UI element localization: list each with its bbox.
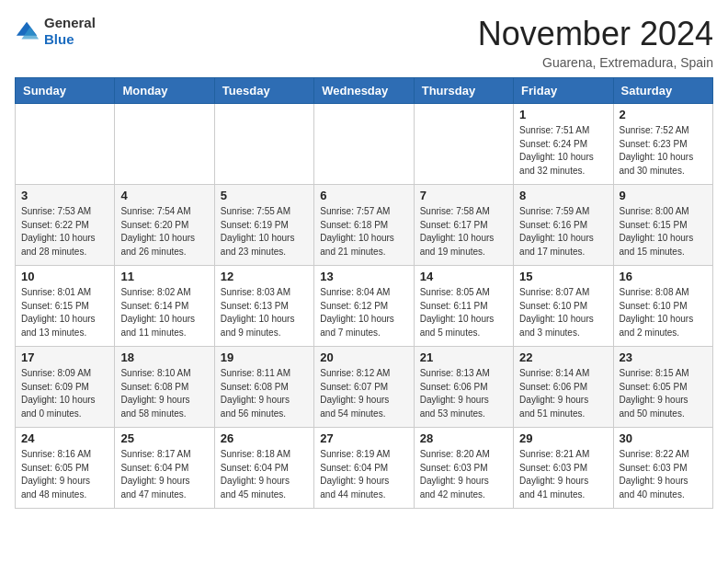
- calendar-day-cell: 25Sunrise: 8:17 AM Sunset: 6:04 PM Dayli…: [115, 428, 214, 509]
- day-number: 17: [21, 350, 108, 364]
- calendar-day-cell: 17Sunrise: 8:09 AM Sunset: 6:09 PM Dayli…: [16, 347, 115, 428]
- calendar-day-cell: 15Sunrise: 8:07 AM Sunset: 6:10 PM Dayli…: [514, 266, 613, 347]
- calendar-day-cell: 29Sunrise: 8:21 AM Sunset: 6:03 PM Dayli…: [514, 428, 613, 509]
- weekday-header-thursday: Thursday: [414, 78, 513, 104]
- day-number: 28: [420, 431, 507, 445]
- logo-blue-text: Blue: [44, 31, 74, 47]
- calendar-day-cell: 30Sunrise: 8:22 AM Sunset: 6:03 PM Dayli…: [613, 428, 712, 509]
- day-number: 25: [120, 431, 208, 445]
- calendar-week-4: 17Sunrise: 8:09 AM Sunset: 6:09 PM Dayli…: [16, 347, 713, 428]
- calendar-day-cell: 8Sunrise: 7:59 AM Sunset: 6:16 PM Daylig…: [514, 185, 613, 266]
- day-info: Sunrise: 8:12 AM Sunset: 6:07 PM Dayligh…: [320, 367, 407, 420]
- day-number: 16: [620, 270, 707, 283]
- day-info: Sunrise: 8:07 AM Sunset: 6:10 PM Dayligh…: [519, 286, 607, 339]
- calendar-day-cell: 27Sunrise: 8:19 AM Sunset: 6:04 PM Dayli…: [314, 428, 414, 509]
- day-number: 14: [420, 270, 507, 283]
- calendar-day-cell: 24Sunrise: 8:16 AM Sunset: 6:05 PM Dayli…: [16, 428, 115, 509]
- day-info: Sunrise: 8:01 AM Sunset: 6:15 PM Dayligh…: [21, 286, 108, 339]
- day-number: 13: [320, 270, 407, 283]
- calendar-day-cell: [214, 104, 313, 185]
- day-info: Sunrise: 8:10 AM Sunset: 6:08 PM Dayligh…: [120, 367, 208, 420]
- day-info: Sunrise: 8:16 AM Sunset: 6:05 PM Dayligh…: [21, 448, 108, 501]
- day-number: 5: [221, 189, 308, 202]
- calendar-day-cell: 13Sunrise: 8:04 AM Sunset: 6:12 PM Dayli…: [314, 266, 414, 347]
- day-number: 24: [21, 431, 108, 445]
- title-block: November 2024 Guarena, Extremadura, Spai…: [478, 15, 713, 70]
- day-info: Sunrise: 8:14 AM Sunset: 6:06 PM Dayligh…: [519, 367, 607, 420]
- logo: General Blue: [15, 15, 96, 48]
- day-number: 19: [221, 350, 308, 364]
- day-info: Sunrise: 7:54 AM Sunset: 6:20 PM Dayligh…: [120, 205, 208, 259]
- calendar-table: SundayMondayTuesdayWednesdayThursdayFrid…: [15, 77, 713, 509]
- calendar-day-cell: 6Sunrise: 7:57 AM Sunset: 6:18 PM Daylig…: [314, 185, 414, 266]
- day-info: Sunrise: 7:51 AM Sunset: 6:24 PM Dayligh…: [519, 124, 607, 178]
- day-number: 6: [320, 189, 407, 202]
- day-info: Sunrise: 8:00 AM Sunset: 6:15 PM Dayligh…: [620, 205, 707, 259]
- weekday-header-saturday: Saturday: [613, 78, 712, 104]
- day-number: 4: [120, 189, 208, 202]
- day-info: Sunrise: 8:08 AM Sunset: 6:10 PM Dayligh…: [620, 286, 707, 339]
- day-number: 10: [21, 270, 108, 283]
- calendar-day-cell: [16, 104, 115, 185]
- day-number: 8: [519, 189, 607, 202]
- calendar-day-cell: 21Sunrise: 8:13 AM Sunset: 6:06 PM Dayli…: [414, 347, 513, 428]
- day-number: 20: [320, 350, 407, 364]
- calendar-week-3: 10Sunrise: 8:01 AM Sunset: 6:15 PM Dayli…: [16, 266, 713, 347]
- calendar-day-cell: 14Sunrise: 8:05 AM Sunset: 6:11 PM Dayli…: [414, 266, 513, 347]
- day-number: 12: [221, 270, 308, 283]
- calendar-day-cell: 26Sunrise: 8:18 AM Sunset: 6:04 PM Dayli…: [214, 428, 313, 509]
- calendar-day-cell: 16Sunrise: 8:08 AM Sunset: 6:10 PM Dayli…: [613, 266, 712, 347]
- day-info: Sunrise: 7:53 AM Sunset: 6:22 PM Dayligh…: [21, 205, 108, 259]
- day-number: 11: [120, 270, 208, 283]
- day-info: Sunrise: 8:21 AM Sunset: 6:03 PM Dayligh…: [519, 448, 607, 501]
- calendar-day-cell: 19Sunrise: 8:11 AM Sunset: 6:08 PM Dayli…: [214, 347, 313, 428]
- day-info: Sunrise: 8:03 AM Sunset: 6:13 PM Dayligh…: [221, 286, 308, 339]
- calendar-day-cell: 12Sunrise: 8:03 AM Sunset: 6:13 PM Dayli…: [214, 266, 313, 347]
- weekday-header-friday: Friday: [514, 78, 613, 104]
- calendar-day-cell: 18Sunrise: 8:10 AM Sunset: 6:08 PM Dayli…: [115, 347, 214, 428]
- calendar-week-1: 1Sunrise: 7:51 AM Sunset: 6:24 PM Daylig…: [16, 104, 713, 185]
- day-info: Sunrise: 8:09 AM Sunset: 6:09 PM Dayligh…: [21, 367, 108, 420]
- calendar-week-2: 3Sunrise: 7:53 AM Sunset: 6:22 PM Daylig…: [16, 185, 713, 266]
- calendar-day-cell: 10Sunrise: 8:01 AM Sunset: 6:15 PM Dayli…: [16, 266, 115, 347]
- day-number: 18: [120, 350, 208, 364]
- day-info: Sunrise: 7:52 AM Sunset: 6:23 PM Dayligh…: [620, 124, 707, 178]
- weekday-header-sunday: Sunday: [16, 78, 115, 104]
- day-info: Sunrise: 7:55 AM Sunset: 6:19 PM Dayligh…: [221, 205, 308, 259]
- logo-general: General: [44, 15, 96, 30]
- weekday-header-row: SundayMondayTuesdayWednesdayThursdayFrid…: [16, 78, 713, 104]
- page-header: General Blue November 2024 Guarena, Extr…: [15, 15, 713, 70]
- calendar-day-cell: 1Sunrise: 7:51 AM Sunset: 6:24 PM Daylig…: [514, 104, 613, 185]
- day-number: 3: [21, 189, 108, 202]
- day-number: 21: [420, 350, 507, 364]
- calendar-day-cell: 4Sunrise: 7:54 AM Sunset: 6:20 PM Daylig…: [115, 185, 214, 266]
- logo-text: General Blue: [44, 15, 96, 48]
- day-number: 29: [519, 431, 607, 445]
- weekday-header-monday: Monday: [115, 78, 214, 104]
- day-info: Sunrise: 7:59 AM Sunset: 6:16 PM Dayligh…: [519, 205, 607, 259]
- location-subtitle: Guarena, Extremadura, Spain: [478, 55, 713, 70]
- day-number: 15: [519, 270, 607, 283]
- day-info: Sunrise: 7:58 AM Sunset: 6:17 PM Dayligh…: [420, 205, 507, 259]
- day-number: 27: [320, 431, 407, 445]
- day-info: Sunrise: 8:22 AM Sunset: 6:03 PM Dayligh…: [620, 448, 707, 501]
- calendar-day-cell: 28Sunrise: 8:20 AM Sunset: 6:03 PM Dayli…: [414, 428, 513, 509]
- day-info: Sunrise: 8:15 AM Sunset: 6:05 PM Dayligh…: [620, 367, 707, 420]
- calendar-day-cell: 9Sunrise: 8:00 AM Sunset: 6:15 PM Daylig…: [613, 185, 712, 266]
- day-info: Sunrise: 8:02 AM Sunset: 6:14 PM Dayligh…: [120, 286, 208, 339]
- day-info: Sunrise: 8:19 AM Sunset: 6:04 PM Dayligh…: [320, 448, 407, 501]
- day-number: 23: [620, 350, 707, 364]
- day-number: 7: [420, 189, 507, 202]
- calendar-day-cell: 22Sunrise: 8:14 AM Sunset: 6:06 PM Dayli…: [514, 347, 613, 428]
- day-info: Sunrise: 8:17 AM Sunset: 6:04 PM Dayligh…: [120, 448, 208, 501]
- weekday-header-wednesday: Wednesday: [314, 78, 414, 104]
- month-title: November 2024: [478, 15, 713, 53]
- calendar-day-cell: [314, 104, 414, 185]
- day-info: Sunrise: 8:05 AM Sunset: 6:11 PM Dayligh…: [420, 286, 507, 339]
- day-info: Sunrise: 8:20 AM Sunset: 6:03 PM Dayligh…: [420, 448, 507, 501]
- day-info: Sunrise: 8:04 AM Sunset: 6:12 PM Dayligh…: [320, 286, 407, 339]
- calendar-day-cell: 23Sunrise: 8:15 AM Sunset: 6:05 PM Dayli…: [613, 347, 712, 428]
- day-number: 22: [519, 350, 607, 364]
- calendar-day-cell: 7Sunrise: 7:58 AM Sunset: 6:17 PM Daylig…: [414, 185, 513, 266]
- day-info: Sunrise: 7:57 AM Sunset: 6:18 PM Dayligh…: [320, 205, 407, 259]
